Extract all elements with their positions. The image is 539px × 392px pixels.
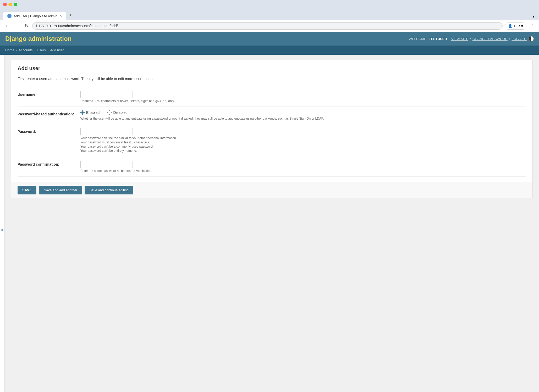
main-content: Add user First, enter a username and pas… bbox=[5, 55, 539, 392]
breadcrumb-sep-1: › bbox=[16, 48, 17, 52]
browser-toolbar: ← → ↻ ℹ 👤 Guest ⋮ bbox=[0, 20, 539, 32]
breadcrumb-sep-3: › bbox=[47, 48, 48, 52]
password-help-2: Your password must contain at least 8 ch… bbox=[80, 141, 526, 144]
current-username: TESTUSER bbox=[429, 37, 447, 41]
tab-title: Add user | Django site admin bbox=[14, 14, 57, 18]
disabled-option[interactable]: Disabled bbox=[107, 110, 127, 115]
password-confirm-help: Enter the same password as before, for v… bbox=[80, 169, 526, 173]
password-confirm-row: Password confirmation: Enter the same pa… bbox=[18, 157, 526, 177]
breadcrumb-home[interactable]: Home bbox=[5, 48, 14, 52]
breadcrumb-accounts[interactable]: Accounts bbox=[19, 48, 32, 52]
enabled-option[interactable]: Enabled bbox=[80, 110, 100, 115]
radio-group: Enabled Disabled bbox=[80, 110, 526, 115]
username-input[interactable] bbox=[80, 91, 133, 98]
save-add-another-button[interactable]: Save and add another bbox=[39, 186, 82, 194]
back-button[interactable]: ← bbox=[3, 23, 11, 29]
page-heading: Add user bbox=[18, 65, 526, 71]
password-auth-field: Enabled Disabled Whether the user will b… bbox=[80, 110, 526, 120]
breadcrumb-users[interactable]: Users bbox=[37, 48, 46, 52]
username-label: Username: bbox=[18, 91, 75, 97]
forward-button[interactable]: → bbox=[13, 23, 21, 29]
active-tab[interactable]: Add user | Django site admin × bbox=[3, 12, 66, 20]
password-confirm-input[interactable] bbox=[80, 161, 133, 168]
tab-close-button[interactable]: × bbox=[59, 14, 62, 18]
separator-1: . bbox=[449, 37, 450, 41]
password-row: Password: Your password can't be too sim… bbox=[18, 124, 526, 157]
enabled-label[interactable]: Enabled bbox=[86, 110, 100, 115]
password-input[interactable] bbox=[80, 128, 133, 135]
password-auth-help: Whether the user will be able to authent… bbox=[80, 117, 526, 120]
change-password-link[interactable]: CHANGE PASSWORD bbox=[472, 37, 508, 41]
refresh-button[interactable]: ↻ bbox=[23, 23, 30, 29]
content-box: Add user First, enter a username and pas… bbox=[11, 60, 533, 198]
username-row: Username: Required. 150 characters or fe… bbox=[18, 87, 526, 107]
password-label: Password: bbox=[18, 128, 75, 134]
separator-2: / bbox=[470, 37, 471, 41]
enabled-radio[interactable] bbox=[80, 110, 85, 115]
breadcrumb: Home › Accounts › Users › Add user bbox=[5, 48, 534, 52]
password-help-1: Your password can't be too similar to yo… bbox=[80, 136, 526, 140]
submit-row: SAVE Save and add another Save and conti… bbox=[11, 182, 532, 198]
django-admin-header: Django administration WELCOME, TESTUSER … bbox=[0, 32, 539, 46]
password-auth-row: Password-based authentication: Enabled D… bbox=[18, 107, 526, 124]
user-info-bar: WELCOME, TESTUSER . VIEW SITE / CHANGE P… bbox=[409, 36, 534, 41]
password-auth-label: Password-based authentication: bbox=[18, 110, 75, 116]
profile-icon: 👤 bbox=[508, 24, 512, 28]
password-field: Your password can't be too similar to yo… bbox=[80, 128, 526, 153]
profile-button[interactable]: 👤 Guest bbox=[505, 23, 526, 30]
sidebar-toggle[interactable]: » bbox=[0, 55, 5, 392]
traffic-light-minimize[interactable] bbox=[8, 3, 12, 6]
url-input[interactable] bbox=[38, 24, 499, 28]
view-site-link[interactable]: VIEW SITE bbox=[451, 37, 468, 41]
tab-favicon bbox=[7, 14, 12, 18]
profile-label: Guest bbox=[514, 24, 523, 28]
disabled-radio[interactable] bbox=[107, 110, 112, 115]
password-help-4: Your password can't be entirely numeric. bbox=[80, 149, 526, 153]
breadcrumb-sep-2: › bbox=[34, 48, 35, 52]
welcome-prefix: WELCOME, bbox=[409, 37, 427, 41]
save-button[interactable]: SAVE bbox=[18, 186, 36, 194]
address-bar[interactable]: ℹ bbox=[32, 22, 503, 30]
new-tab-button[interactable]: + bbox=[66, 10, 75, 20]
security-icon: ℹ bbox=[36, 24, 37, 28]
password-help-3: Your password can't be a commonly used p… bbox=[80, 145, 526, 148]
browser-menu-button[interactable]: ⋮ bbox=[529, 22, 536, 30]
theme-toggle-button[interactable] bbox=[529, 36, 534, 41]
password-confirm-field: Enter the same password as before, for v… bbox=[80, 161, 526, 173]
disabled-label[interactable]: Disabled bbox=[113, 110, 127, 115]
username-help: Required. 150 characters or fewer. Lette… bbox=[80, 99, 526, 103]
password-confirm-label: Password confirmation: bbox=[18, 161, 75, 166]
add-user-form: Username: Required. 150 characters or fe… bbox=[18, 87, 526, 198]
tab-strip-menu[interactable]: ▾ bbox=[531, 14, 536, 19]
breadcrumb-current: Add user bbox=[50, 48, 64, 52]
save-continue-button[interactable]: Save and continue editing bbox=[85, 186, 133, 194]
breadcrumb-bar: Home › Accounts › Users › Add user bbox=[0, 46, 539, 55]
username-field: Required. 150 characters or fewer. Lette… bbox=[80, 91, 526, 103]
traffic-light-close[interactable] bbox=[3, 3, 7, 6]
password-help: Your password can't be too similar to yo… bbox=[80, 136, 526, 153]
django-admin-title: Django administration bbox=[5, 35, 72, 42]
log-out-link[interactable]: LOG OUT bbox=[512, 37, 527, 41]
page-intro: First, enter a username and password. Th… bbox=[18, 77, 526, 81]
separator-3: / bbox=[509, 37, 510, 41]
traffic-light-maximize[interactable] bbox=[14, 3, 17, 6]
